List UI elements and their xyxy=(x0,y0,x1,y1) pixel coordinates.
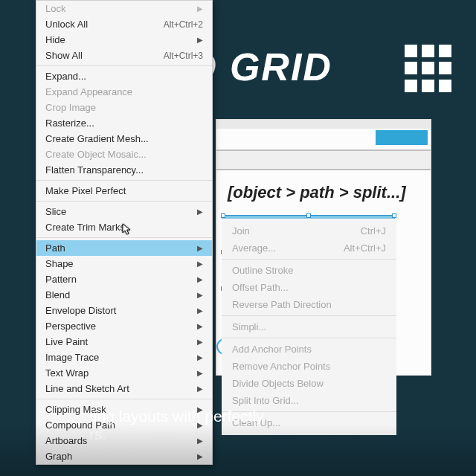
menu-item: Lock▶ xyxy=(36,1,212,16)
menu-item[interactable]: Slice▶ xyxy=(36,204,212,219)
chevron-right-icon: ▶ xyxy=(197,385,203,393)
menu-item[interactable]: Rasterize... xyxy=(36,115,212,131)
chevron-right-icon: ▶ xyxy=(197,36,203,44)
menu-item[interactable]: Pattern▶ xyxy=(36,271,212,287)
menu-item[interactable]: Create Trim Marks xyxy=(36,219,212,235)
menu-item-label: Unlock All xyxy=(45,19,88,30)
menu-item-label: Expand Appearance xyxy=(45,86,132,97)
submenu-item[interactable]: Outline Stroke xyxy=(222,262,396,279)
handle-t[interactable] xyxy=(306,213,311,218)
menu-item-label: Text Wrap xyxy=(45,367,89,379)
bottom-fade xyxy=(0,424,476,476)
menu-item[interactable]: Path▶ xyxy=(36,240,212,256)
menu-item-label: Envelope Distort xyxy=(45,305,116,316)
submenu-item[interactable]: Offset Path... xyxy=(222,279,396,296)
artboard-topbar xyxy=(216,120,431,129)
submenu-separator xyxy=(222,315,396,316)
menu-separator xyxy=(36,180,212,181)
submenu-item[interactable]: Split Into Grid... xyxy=(222,392,396,409)
menu-item-label: Shape xyxy=(45,258,74,269)
menu-item-shortcut: Alt+Ctrl+3 xyxy=(164,51,203,61)
menu-item-label: Rasterize... xyxy=(45,118,94,129)
header-band xyxy=(216,149,431,170)
menu-separator xyxy=(36,201,212,202)
chevron-right-icon: ▶ xyxy=(197,291,203,299)
chevron-right-icon: ▶ xyxy=(197,4,203,13)
submenu-item-label: Divide Objects Below xyxy=(232,378,324,389)
handle-tl[interactable] xyxy=(221,213,225,218)
menu-item-label: Image Trace xyxy=(45,352,99,363)
menu-item[interactable]: Create Gradient Mesh... xyxy=(36,131,212,147)
menu-separator xyxy=(36,237,212,238)
menu-item[interactable]: Image Trace▶ xyxy=(36,350,212,365)
menu-item[interactable]: Text Wrap▶ xyxy=(36,365,212,381)
menu-item[interactable]: Make Pixel Perfect xyxy=(36,183,212,199)
menu-item[interactable]: Shape▶ xyxy=(36,256,212,271)
menu-item-label: Blend xyxy=(45,289,70,300)
submenu-item[interactable]: Average...Alt+Ctrl+J xyxy=(222,239,396,257)
submenu-item[interactable]: Remove Anchor Points xyxy=(222,358,396,375)
menu-item-label: Crop Image xyxy=(45,102,96,113)
submenu-item[interactable]: Add Anchor Points xyxy=(222,341,396,358)
chevron-right-icon: ▶ xyxy=(197,244,203,252)
chevron-right-icon: ▶ xyxy=(197,208,203,216)
caption-line1: ting layouts with perfectly xyxy=(89,408,264,425)
submenu-item-shortcut: Alt+Ctrl+J xyxy=(344,242,386,254)
chevron-right-icon: ▶ xyxy=(197,369,203,377)
context-menu[interactable]: Lock▶Unlock AllAlt+Ctrl+2Hide▶Show AllAl… xyxy=(36,0,213,465)
submenu-item-label: Add Anchor Points xyxy=(232,344,312,355)
menu-item-label: Pattern xyxy=(45,274,77,285)
menu-item: Expand Appearance xyxy=(36,84,212,100)
submenu-item-shortcut: Ctrl+J xyxy=(361,225,386,237)
menu-item[interactable]: Show AllAlt+Ctrl+3 xyxy=(36,48,212,63)
chevron-right-icon: ▶ xyxy=(197,260,203,268)
menu-item-label: Hide xyxy=(45,34,65,45)
menu-item[interactable]: Expand... xyxy=(36,68,212,84)
menu-item-label: Make Pixel Perfect xyxy=(45,185,126,196)
submenu-item-label: Average... xyxy=(232,242,276,254)
menu-item-label: Show All xyxy=(45,50,83,61)
grid-icon xyxy=(405,45,452,92)
submenu-item[interactable]: Divide Objects Below xyxy=(222,375,396,392)
breadcrumb: [object > path > split...] xyxy=(228,183,406,202)
submenu-item-label: Simpli... xyxy=(232,321,266,332)
submenu-item[interactable]: Reverse Path Direction xyxy=(222,296,396,313)
chevron-right-icon: ▶ xyxy=(197,353,203,361)
handle-tr[interactable] xyxy=(392,213,396,218)
menu-item[interactable]: Envelope Distort▶ xyxy=(36,303,212,318)
menu-item[interactable]: Live Paint▶ xyxy=(36,334,212,350)
submenu-item-label: Split Into Grid... xyxy=(232,395,299,406)
menu-item: Create Object Mosaic... xyxy=(36,147,212,162)
menu-item[interactable]: Line and Sketch Art▶ xyxy=(36,381,212,396)
chevron-right-icon: ▶ xyxy=(197,275,203,283)
menu-item-label: Lock xyxy=(45,3,65,14)
menu-item[interactable]: Flatten Transparency... xyxy=(36,162,212,178)
menu-item[interactable]: Unlock AllAlt+Ctrl+2 xyxy=(36,16,212,32)
submenu-item-label: Reverse Path Direction xyxy=(232,299,332,310)
menu-item[interactable]: Blend▶ xyxy=(36,287,212,303)
menu-separator xyxy=(36,399,212,399)
menu-item-label: Create Trim Marks xyxy=(45,222,125,233)
menu-item[interactable]: Perspective▶ xyxy=(36,318,212,334)
submenu-item-label: Join xyxy=(232,225,250,237)
menu-item-label: Create Object Mosaic... xyxy=(45,149,147,160)
menu-item-shortcut: Alt+Ctrl+2 xyxy=(164,19,203,30)
submenu-item[interactable]: JoinCtrl+J xyxy=(222,222,396,239)
chevron-right-icon: ▶ xyxy=(197,338,203,346)
chevron-right-icon: ▶ xyxy=(197,306,203,315)
menu-item[interactable]: Hide▶ xyxy=(36,32,212,48)
submenu-item-label: Remove Anchor Points xyxy=(232,361,330,372)
menu-separator xyxy=(36,65,212,66)
submenu-separator xyxy=(222,338,396,338)
menu-item-label: Path xyxy=(45,242,65,254)
chevron-right-icon: ▶ xyxy=(197,322,203,330)
menu-item-label: Live Paint xyxy=(45,336,88,347)
submenu-path[interactable]: JoinCtrl+JAverage...Alt+Ctrl+JOutline St… xyxy=(222,219,396,435)
menu-item-label: Slice xyxy=(45,206,66,217)
submenu-item[interactable]: Simpli... xyxy=(222,318,396,335)
submenu-separator xyxy=(222,259,396,260)
blue-tab xyxy=(376,130,428,145)
submenu-item-label: Outline Stroke xyxy=(232,265,293,276)
menu-item: Crop Image xyxy=(36,100,212,115)
menu-item-label: Expand... xyxy=(45,71,86,82)
